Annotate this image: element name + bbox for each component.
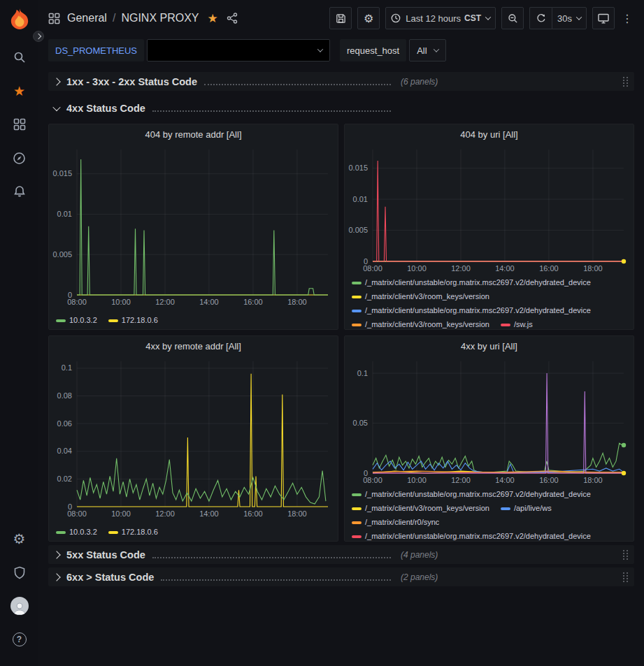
legend-item[interactable]: /_matrix/client/v3/room_keys/version — [352, 319, 489, 329]
zoom-out-time-button[interactable] — [501, 7, 524, 29]
starred-dashboards-icon[interactable]: ★ — [0, 74, 38, 108]
svg-text:16:00: 16:00 — [539, 476, 559, 484]
svg-text:12:00: 12:00 — [451, 264, 471, 273]
server-admin-shield-icon[interactable] — [0, 556, 38, 589]
dotted-leader — [152, 557, 391, 558]
row-panel-count: (2 panels) — [401, 572, 438, 582]
time-series-chart[interactable]: 00.050.108:0010:0012:0014:0016:0018:00 — [345, 356, 634, 487]
time-range-picker[interactable]: Last 12 hours CST — [385, 7, 496, 29]
svg-text:18:00: 18:00 — [583, 476, 603, 484]
datasource-variable-label[interactable]: DS_PROMETHEUS — [48, 39, 144, 61]
legend-label: /_matrix/client/unstable/org.matrix.msc2… — [365, 488, 591, 500]
legend-item[interactable]: /_matrix/client/r0/sync — [352, 516, 439, 528]
legend-item[interactable]: /_matrix/client/unstable/org.matrix.msc2… — [352, 305, 591, 317]
refresh-control: 30s — [529, 7, 587, 29]
svg-text:12:00: 12:00 — [155, 509, 175, 518]
time-range-label: Last 12 hours — [406, 13, 461, 24]
search-icon[interactable] — [0, 41, 38, 74]
legend-swatch — [108, 531, 118, 534]
dashboard-settings-button[interactable]: ⚙ — [357, 7, 380, 29]
legend-item[interactable]: 10.0.3.2 — [56, 526, 97, 538]
legend-label: /_matrix/client/v3/room_keys/version — [365, 291, 489, 303]
time-series-chart[interactable]: 00.020.040.060.080.108:0010:0012:0014:00… — [49, 356, 338, 521]
panel-404-by-uri: 404 by uri [All] 00.0050.010.01508:0010:… — [344, 124, 634, 330]
svg-text:0.05: 0.05 — [353, 419, 368, 427]
panel-404-by-remote-addr: 404 by remote addr [All] 00.0050.010.015… — [48, 124, 338, 330]
dashboards-icon[interactable] — [0, 108, 38, 141]
dotted-leader — [204, 84, 391, 85]
breadcrumb-folder[interactable]: General — [67, 12, 107, 24]
alerting-bell-icon[interactable] — [0, 175, 38, 208]
svg-text:0.1: 0.1 — [62, 363, 72, 372]
legend-label: /_matrix/client/v3/room_keys/version — [365, 502, 489, 514]
legend-swatch — [352, 324, 362, 326]
chevron-right-icon — [36, 34, 41, 39]
datasource-variable-select[interactable] — [147, 39, 330, 61]
dashboard-header: General / NGINX PROXY ★ ⚙ Last 12 hours … — [38, 0, 644, 36]
dotted-leader — [152, 110, 391, 112]
request-host-variable-label[interactable]: request_host — [340, 39, 406, 61]
save-dashboard-button[interactable] — [329, 7, 352, 29]
dashboard-row-1xx-3xx-2xx[interactable]: 1xx - 3xx - 2xx Status Code (6 panels) — [48, 72, 634, 91]
share-icon[interactable] — [227, 13, 238, 24]
legend-swatch — [352, 493, 362, 496]
chevron-down-icon — [52, 103, 60, 110]
kebab-menu-icon[interactable]: ⋮ — [620, 7, 634, 29]
row-drag-handle[interactable] — [622, 572, 630, 582]
explore-compass-icon[interactable] — [0, 141, 38, 175]
dashboard-row-4xx[interactable]: 4xx Status Code — [48, 99, 634, 117]
legend-item[interactable]: /sw.js — [501, 319, 533, 329]
chart-legend: 10.0.3.2172.18.0.6 — [49, 313, 338, 329]
sidebar-expand-button[interactable] — [33, 31, 44, 42]
refresh-icon — [536, 13, 546, 23]
refresh-button[interactable] — [529, 7, 552, 29]
grafana-logo[interactable] — [8, 7, 31, 31]
apps-grid-icon — [48, 13, 60, 24]
breadcrumb-dashboard-title[interactable]: NGINX PROXY — [121, 12, 199, 24]
panel-title[interactable]: 4xx by remote addr [All] — [49, 336, 338, 356]
dashboard-canvas: 1xx - 3xx - 2xx Status Code (6 panels) 4… — [38, 68, 644, 666]
help-icon[interactable]: ? — [0, 623, 38, 656]
request-host-variable-select[interactable]: All — [409, 39, 445, 61]
panel-4xx-by-uri: 4xx by uri [All] 00.050.108:0010:0012:00… — [344, 335, 634, 542]
chevron-right-icon — [52, 551, 60, 558]
refresh-interval-dropdown[interactable]: 30s — [552, 7, 587, 29]
row-drag-handle[interactable] — [622, 549, 630, 560]
legend-item[interactable]: /_matrix/client/unstable/org.matrix.msc2… — [352, 277, 591, 289]
panel-title[interactable]: 4xx by uri [All] — [345, 336, 634, 356]
chart-legend: /_matrix/client/unstable/org.matrix.msc2… — [345, 275, 634, 329]
legend-item[interactable]: 10.0.3.2 — [56, 314, 97, 326]
svg-text:10:00: 10:00 — [111, 298, 131, 306]
legend-item[interactable]: 172.18.0.6 — [108, 526, 158, 538]
legend-item[interactable]: /_matrix/client/unstable/org.matrix.msc2… — [352, 488, 591, 500]
legend-item[interactable]: /_matrix/client/v3/room_keys/version — [352, 502, 489, 514]
refresh-interval-label: 30s — [557, 13, 572, 24]
sidebar: ★ ⚙ ? — [0, 0, 38, 666]
svg-text:0.015: 0.015 — [348, 164, 368, 172]
svg-text:0.06: 0.06 — [57, 419, 72, 428]
time-series-chart[interactable]: 00.0050.010.01508:0010:0012:0014:0016:00… — [49, 144, 338, 309]
time-series-chart[interactable]: 00.0050.010.01508:0010:0012:0014:0016:00… — [345, 144, 634, 275]
panel-4xx-by-remote-addr: 4xx by remote addr [All] 00.020.040.060.… — [48, 335, 338, 542]
legend-label: /_matrix/client/unstable/org.matrix.msc2… — [365, 530, 591, 541]
configuration-gear-icon[interactable]: ⚙ — [0, 522, 38, 556]
kiosk-mode-button[interactable] — [592, 7, 615, 29]
svg-text:10:00: 10:00 — [407, 264, 427, 273]
dashboard-row-5xx[interactable]: 5xx Status Code (4 panels) — [48, 545, 634, 564]
svg-text:08:00: 08:00 — [67, 509, 87, 518]
row-title: 5xx Status Code — [66, 549, 145, 560]
panel-title[interactable]: 404 by uri [All] — [345, 124, 634, 144]
legend-item[interactable]: /_matrix/client/v3/room_keys/version — [352, 291, 489, 303]
user-avatar[interactable] — [0, 589, 38, 623]
legend-item[interactable]: /api/live/ws — [501, 502, 552, 514]
svg-text:16:00: 16:00 — [243, 509, 263, 518]
dashboard-row-6xx[interactable]: 6xx > Status Code (2 panels) — [48, 567, 634, 586]
row-drag-handle[interactable] — [622, 76, 630, 87]
legend-item[interactable]: 172.18.0.6 — [108, 314, 158, 326]
legend-swatch — [352, 507, 362, 510]
favorite-star-icon[interactable]: ★ — [208, 11, 218, 26]
legend-item[interactable]: /_matrix/client/unstable/org.matrix.msc2… — [352, 530, 591, 541]
svg-text:18:00: 18:00 — [583, 264, 603, 273]
panel-title[interactable]: 404 by remote addr [All] — [49, 124, 338, 144]
legend-swatch — [501, 507, 510, 510]
